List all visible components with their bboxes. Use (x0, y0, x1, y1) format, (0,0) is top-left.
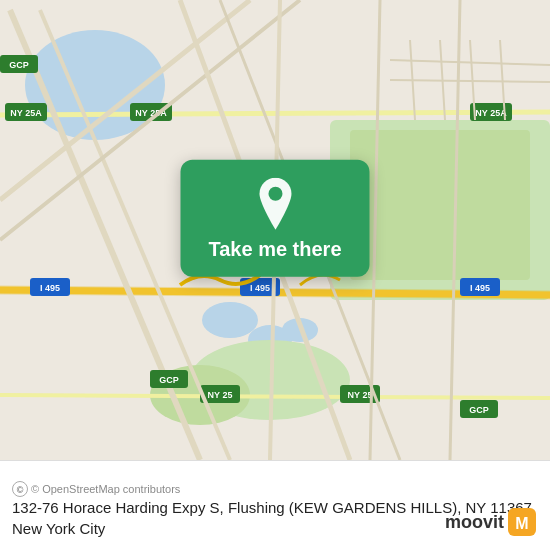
bottom-bar: © © OpenStreetMap contributors 132-76 Ho… (0, 460, 550, 550)
svg-text:GCP: GCP (9, 60, 29, 70)
cta-overlay[interactable]: Take me there (180, 160, 369, 277)
svg-text:I 495: I 495 (40, 283, 60, 293)
svg-text:GCP: GCP (159, 375, 179, 385)
svg-text:NY 25A: NY 25A (475, 108, 507, 118)
location-pin-icon (253, 178, 297, 230)
moovit-logo-icon: M (508, 508, 536, 536)
svg-text:I 495: I 495 (250, 283, 270, 293)
svg-text:NY 25: NY 25 (348, 390, 373, 400)
moovit-logo: moovit M (445, 508, 536, 536)
take-me-there-button[interactable]: Take me there (208, 238, 341, 261)
svg-text:GCP: GCP (469, 405, 489, 415)
svg-text:NY 25A: NY 25A (10, 108, 42, 118)
svg-point-3 (202, 302, 258, 338)
svg-text:NY 25: NY 25 (208, 390, 233, 400)
osm-logo-icon: © (12, 481, 28, 497)
osm-credit: © © OpenStreetMap contributors (12, 481, 538, 497)
svg-text:I 495: I 495 (470, 283, 490, 293)
svg-point-51 (268, 187, 282, 201)
svg-text:©: © (17, 485, 24, 495)
svg-text:M: M (515, 515, 528, 532)
moovit-brand-text: moovit (445, 512, 504, 533)
osm-credit-text: © OpenStreetMap contributors (31, 483, 180, 495)
map-container[interactable]: I 495 I 495 I 495 NY 25A NY 25A NY 25A N… (0, 0, 550, 460)
